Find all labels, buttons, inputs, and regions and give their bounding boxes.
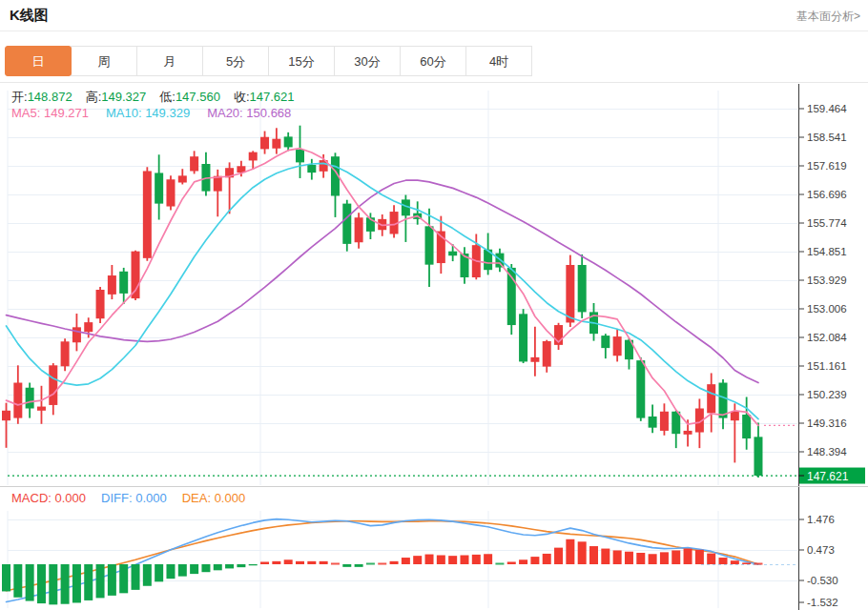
axis-label: 151.161 — [807, 360, 847, 372]
candle-body — [342, 204, 351, 244]
legend-diff: DIFF: 0.000 — [101, 491, 167, 505]
legend-ma20: MA20: 150.668 — [207, 106, 291, 120]
macd-bar — [649, 554, 657, 564]
macd-bar — [507, 561, 516, 564]
dea-line — [7, 521, 759, 591]
tab-h4[interactable]: 4时 — [465, 46, 532, 76]
candle-body — [2, 411, 10, 420]
macd-bar — [402, 558, 410, 564]
macd-bar — [225, 564, 234, 568]
macd-bar — [554, 548, 563, 564]
tab-month[interactable]: 月 — [136, 46, 203, 76]
ohlc-readout: 开:148.872高:149.327低:147.560收:147.621 — [11, 89, 308, 106]
candle-body — [425, 226, 434, 264]
macd-bar — [342, 564, 351, 567]
candle-body — [61, 341, 70, 366]
macd-bar — [719, 558, 728, 564]
candle-body — [96, 290, 105, 318]
last-price-badge: 147.621 — [798, 468, 865, 484]
ohlc-high: 高:149.327 — [86, 90, 147, 104]
candle-body — [566, 265, 574, 322]
macd-bar — [660, 552, 669, 564]
axis-label: 148.394 — [807, 446, 847, 458]
ma20-line — [7, 180, 759, 382]
macd-bar — [143, 564, 152, 586]
candle-body — [119, 272, 128, 294]
macd-bar — [132, 564, 140, 590]
candle-body — [649, 417, 657, 428]
macd-bar — [331, 563, 340, 565]
macd-bar — [437, 556, 445, 564]
interval-tabs: 日周月5分15分30分60分4时 — [6, 46, 532, 76]
axis-label: 0.473 — [807, 544, 835, 556]
candle-body — [296, 150, 304, 162]
tab-m30[interactable]: 30分 — [334, 46, 401, 76]
macd-bar — [49, 564, 57, 604]
candle-body — [190, 156, 198, 171]
candle-body — [613, 336, 622, 356]
tab-m15[interactable]: 15分 — [268, 46, 335, 76]
candle-body — [578, 265, 587, 312]
candle-body — [49, 365, 57, 405]
macd-bar — [684, 549, 692, 564]
macd-legend: MACD: 0.000DIFF: 0.000DEA: 0.000 — [11, 491, 260, 505]
macd-bar — [284, 559, 293, 564]
macd-bar — [636, 553, 645, 564]
axis-label: 149.316 — [807, 417, 847, 429]
candle-body — [742, 415, 751, 438]
macd-bar — [84, 564, 93, 600]
macd-bar — [155, 564, 163, 581]
ma10-line — [7, 163, 759, 418]
diff-line — [7, 519, 759, 602]
tab-week[interactable]: 周 — [71, 46, 137, 76]
candle-body — [530, 357, 539, 362]
candle-body — [108, 275, 116, 295]
macd-bar — [320, 561, 328, 564]
candle-body — [731, 412, 739, 420]
macd-bar — [695, 550, 704, 564]
ma-legend: MA5: 149.271MA10: 149.329MA20: 150.668 — [11, 106, 308, 120]
macd-bar — [366, 563, 375, 565]
macd-bar — [543, 554, 551, 564]
axis-label: -0.530 — [807, 575, 838, 586]
macd-bar — [108, 564, 116, 596]
macd-bar — [355, 564, 363, 567]
macd-bar — [413, 556, 422, 564]
macd-bar — [484, 554, 492, 564]
macd-bar — [249, 564, 258, 565]
macd-bar — [472, 555, 481, 564]
macd-bar — [754, 563, 762, 565]
candle-body — [143, 171, 152, 257]
macd-bar — [72, 564, 81, 602]
macd-bar — [589, 546, 598, 564]
candle-body — [543, 341, 551, 367]
tab-day[interactable]: 日 — [5, 46, 72, 76]
ma-lines — [7, 149, 798, 602]
candle-body — [754, 437, 762, 476]
macd-bar — [530, 557, 539, 564]
tab-m5[interactable]: 5分 — [202, 46, 269, 76]
ohlc-close: 收:147.621 — [234, 90, 295, 104]
candle-body — [448, 252, 457, 256]
macd-bar — [707, 554, 715, 564]
axis-label: 153.006 — [807, 303, 847, 315]
candle-body — [37, 407, 46, 411]
axis-label: 156.696 — [807, 189, 847, 200]
macd-bar — [425, 555, 434, 564]
tab-m60[interactable]: 60分 — [400, 46, 466, 76]
macd-bar — [601, 549, 610, 564]
axis-label: 152.084 — [807, 332, 847, 343]
candle-body — [284, 136, 293, 147]
candle-body — [84, 322, 93, 332]
macd-bar — [166, 564, 175, 579]
macd-bar — [378, 563, 386, 565]
candle-body — [249, 152, 258, 161]
macd-bar — [37, 564, 46, 603]
macd-bar — [214, 564, 222, 570]
macd-bar — [495, 563, 504, 565]
macd-bar — [390, 561, 399, 564]
ohlc-open: 开:148.872 — [11, 90, 72, 104]
candle-body — [684, 431, 692, 435]
macd-bar — [578, 541, 587, 564]
axis-label: 158.541 — [807, 132, 847, 143]
